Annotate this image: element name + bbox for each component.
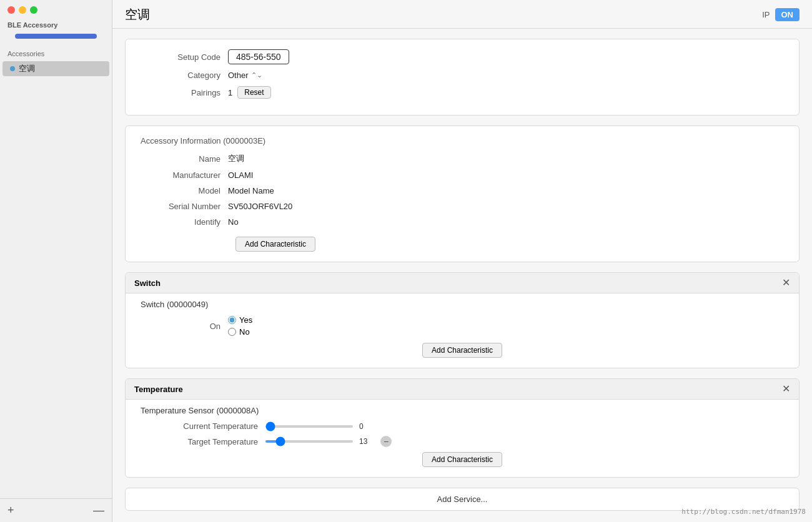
manufacturer-row: Manufacturer OLAMI	[141, 170, 784, 180]
accessory-info-block: Accessory Information (0000003E) Name 空调…	[125, 126, 800, 262]
identify-row: Identify No	[141, 217, 784, 227]
ip-label: IP	[762, 10, 770, 19]
page-title: 空调	[125, 6, 150, 23]
setup-block: Setup Code 485-56-550 Category Other ⌃⌄ …	[125, 39, 800, 116]
identify-label: Identify	[141, 217, 228, 227]
target-temp-slider-wrap: 13 −	[265, 436, 392, 447]
temperature-service-body: Temperature Sensor (0000008A) Current Te…	[126, 400, 799, 477]
add-characteristic-button-switch[interactable]: Add Characteristic	[422, 343, 502, 358]
target-temp-label: Target Temperature	[141, 437, 265, 446]
identify-value: No	[228, 217, 239, 227]
switch-service-block: Switch ✕ Switch (00000049) On Yes No	[125, 272, 800, 368]
sidebar-dot	[10, 66, 15, 71]
ip-toggle[interactable]: ON	[775, 8, 800, 21]
manufacturer-value: OLAMI	[228, 170, 253, 180]
category-label: Category	[141, 71, 228, 80]
setup-code-row: Setup Code 485-56-550	[141, 49, 784, 64]
switch-no-radio[interactable]	[228, 328, 236, 336]
temperature-service-block: Temperature ✕ Temperature Sensor (000000…	[125, 378, 800, 478]
manufacturer-label: Manufacturer	[141, 170, 228, 180]
add-service-button[interactable]: Add Service...	[437, 495, 488, 504]
switch-no-label: No	[239, 327, 250, 337]
current-temperature-row: Current Temperature 0	[141, 421, 784, 431]
sidebar-item-label: 空调	[19, 63, 35, 74]
switch-yes-option[interactable]: Yes	[228, 315, 252, 325]
add-characteristic-button-temperature[interactable]: Add Characteristic	[422, 452, 502, 467]
sidebar: BLE Accessory Accessories 空调 + —	[0, 0, 112, 522]
model-value: Model Name	[228, 186, 274, 195]
switch-close-button[interactable]: ✕	[782, 278, 790, 288]
switch-no-option[interactable]: No	[228, 327, 252, 337]
switch-radio-options: Yes No	[228, 315, 252, 337]
switch-sub-title: Switch (00000049)	[141, 300, 784, 309]
switch-service-title: Switch	[134, 278, 161, 288]
add-accessory-button[interactable]: +	[7, 504, 14, 517]
serial-value: SV50JORF6VL20	[228, 202, 292, 211]
serial-label: Serial Number	[141, 202, 228, 211]
target-temp-minus-button[interactable]: −	[380, 436, 392, 447]
switch-on-row: On Yes No	[141, 315, 784, 337]
accessories-label: Accessories	[0, 49, 112, 61]
close-button[interactable]	[7, 6, 15, 14]
titlebar-buttons	[0, 0, 112, 19]
model-row: Model Model Name	[141, 186, 784, 195]
temperature-sub-title: Temperature Sensor (0000008A)	[141, 406, 784, 415]
main-content: 空调 IP ON Setup Code 485-56-550 Category …	[112, 0, 812, 522]
main-header: 空调 IP ON	[112, 0, 812, 29]
switch-service-body: Switch (00000049) On Yes No	[126, 293, 799, 368]
reset-button[interactable]: Reset	[237, 86, 270, 99]
ble-label: BLE Accessory	[0, 19, 112, 31]
ble-progress	[15, 34, 97, 39]
pairings-row: Pairings 1 Reset	[141, 86, 784, 99]
maximize-button[interactable]	[30, 6, 37, 14]
switch-service-header: Switch ✕	[126, 273, 799, 293]
category-arrows-icon[interactable]: ⌃⌄	[251, 71, 262, 79]
sidebar-bottom: + —	[0, 498, 112, 522]
name-row: Name 空调	[141, 153, 784, 164]
serial-row: Serial Number SV50JORF6VL20	[141, 202, 784, 211]
current-temp-slider-wrap: 0	[265, 422, 374, 431]
accessory-section-title: Accessory Information (0000003E)	[141, 136, 784, 145]
setup-code-label: Setup Code	[141, 52, 228, 62]
current-temp-slider[interactable]	[265, 425, 353, 428]
category-value: Other ⌃⌄	[228, 71, 262, 80]
category-text: Other	[228, 71, 249, 80]
temperature-service-header: Temperature ✕	[126, 379, 799, 400]
target-temp-slider[interactable]	[265, 440, 353, 443]
minimize-button[interactable]	[19, 6, 26, 14]
category-row: Category Other ⌃⌄	[141, 71, 784, 80]
name-label: Name	[141, 154, 228, 164]
main-body: Setup Code 485-56-550 Category Other ⌃⌄ …	[112, 29, 812, 522]
watermark: http://blog.csdn.net/dfman1978	[681, 508, 806, 516]
sidebar-item-kongtiao[interactable]: 空调	[2, 61, 109, 76]
current-temp-label: Current Temperature	[141, 421, 265, 431]
pairings-value: 1	[228, 88, 232, 97]
remove-accessory-button[interactable]: —	[93, 504, 104, 517]
add-characteristic-button-accessory[interactable]: Add Characteristic	[235, 237, 315, 252]
pairings-label: Pairings	[141, 88, 228, 97]
model-label: Model	[141, 186, 228, 195]
setup-code-value: 485-56-550	[228, 49, 289, 64]
target-temperature-row: Target Temperature 13 −	[141, 436, 784, 447]
temperature-close-button[interactable]: ✕	[782, 384, 790, 394]
ip-row: IP ON	[762, 8, 800, 21]
switch-on-label: On	[141, 322, 228, 331]
switch-yes-label: Yes	[239, 315, 252, 325]
switch-yes-radio[interactable]	[228, 316, 236, 324]
temperature-service-title: Temperature	[134, 385, 183, 394]
name-value: 空调	[228, 153, 244, 164]
target-temp-value: 13	[359, 437, 374, 446]
current-temp-value: 0	[359, 422, 374, 431]
